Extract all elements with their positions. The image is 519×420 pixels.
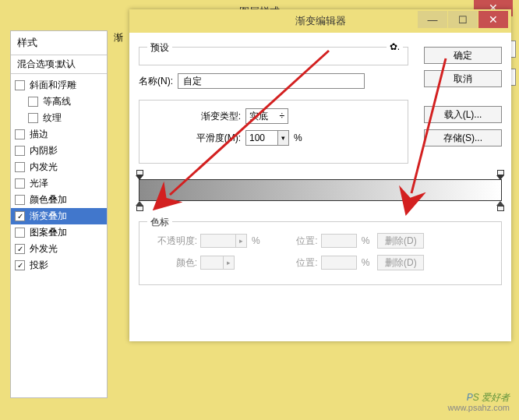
style-checkbox[interactable]	[28, 113, 38, 123]
style-checkbox[interactable]	[15, 228, 25, 238]
style-checkbox[interactable]	[15, 162, 25, 172]
color-stop-right[interactable]	[496, 201, 505, 211]
gradient-bar-wrap	[139, 179, 502, 201]
opacity-label: 不透明度:	[147, 235, 197, 248]
opacity-input	[200, 234, 236, 248]
position-label-2: 位置:	[276, 256, 318, 270]
delete-button-1: 删除(D)	[377, 233, 424, 249]
color-picker-icon: ▸	[224, 256, 235, 270]
maximize-button[interactable]: ☐	[448, 11, 478, 28]
styles-list: 斜面和浮雕等高线纹理描边内阴影内发光光泽颜色叠加渐变叠加图案叠加外发光投影	[11, 74, 107, 277]
load-button[interactable]: 载入(L)...	[424, 106, 502, 123]
chevron-updown-icon: ÷	[279, 111, 284, 122]
color-label: 颜色:	[147, 256, 197, 270]
style-checkbox[interactable]	[28, 97, 38, 107]
style-checkbox[interactable]	[15, 129, 25, 139]
gradient-type-select[interactable]: 实底 ÷	[245, 108, 288, 124]
style-checkbox[interactable]	[15, 178, 25, 189]
style-item[interactable]: 纹理	[11, 110, 107, 126]
cancel-button[interactable]: 取消	[424, 70, 502, 87]
style-item[interactable]: 等高线	[11, 94, 107, 110]
style-label: 颜色叠加	[30, 193, 67, 206]
percent-label-3: %	[362, 235, 370, 246]
inner-window-buttons: — ☐ ✕	[417, 11, 508, 28]
style-label: 投影	[30, 259, 48, 272]
style-item[interactable]: 颜色叠加	[11, 192, 107, 208]
style-label: 内发光	[30, 161, 58, 174]
gradient-type-fieldset: 渐变类型: 实底 ÷ 平滑度(M): ▾ %	[139, 100, 408, 164]
watermark-url: www.psahz.com	[448, 403, 510, 412]
smoothness-spinner: ▾	[245, 130, 289, 146]
style-label: 描边	[30, 128, 48, 141]
gradient-type-row: 渐变类型: 实底 ÷	[147, 108, 400, 124]
watermark: PS PS 爱好者爱好者 www.psahz.com	[448, 393, 510, 412]
color-stop-left[interactable]	[136, 201, 144, 211]
percent-label-4: %	[362, 257, 370, 268]
smoothness-row: 平滑度(M): ▾ %	[147, 130, 400, 146]
blending-options-label[interactable]: 混合选项:默认	[11, 55, 107, 74]
style-item[interactable]: 描边	[11, 126, 107, 143]
gradient-type-label: 渐变类型:	[175, 110, 241, 123]
percent-label: %	[294, 132, 302, 143]
opacity-stop-left[interactable]	[136, 170, 144, 178]
name-input[interactable]	[178, 73, 365, 89]
right-buttons: 确定 取消 载入(L)... 存储(S)...	[424, 47, 502, 153]
preset-legend: 预设	[147, 41, 172, 55]
style-checkbox[interactable]	[15, 195, 25, 205]
delete-button-2: 删除(D)	[377, 255, 424, 270]
gradient-bar[interactable]	[139, 179, 502, 201]
style-label: 外发光	[30, 242, 58, 256]
percent-label-2: %	[252, 235, 260, 246]
style-item[interactable]: 内阴影	[11, 143, 107, 159]
name-label: 名称(N):	[139, 75, 173, 88]
smoothness-step-button[interactable]: ▾	[278, 130, 289, 146]
smoothness-input[interactable]	[245, 130, 278, 146]
stops-legend: 色标	[147, 216, 172, 229]
inner-body: 确定 取消 载入(L)... 存储(S)... 预设 ✿. 名称(N): 渐变类…	[129, 33, 511, 341]
style-item[interactable]: 光泽	[11, 175, 107, 192]
inner-titlebar[interactable]: 渐变编辑器 — ☐ ✕	[129, 9, 511, 33]
style-item[interactable]: 渐变叠加	[11, 208, 107, 224]
preset-gear-icon[interactable]: ✿.	[387, 41, 403, 52]
color-row: 颜色: ▸ % 位置: % 删除(D)	[147, 255, 493, 270]
style-label: 图案叠加	[30, 226, 67, 239]
inner-title: 渐变编辑器	[295, 14, 346, 28]
smoothness-label: 平滑度(M):	[175, 132, 241, 145]
style-checkbox[interactable]	[15, 211, 25, 221]
style-label: 内阴影	[30, 144, 58, 157]
opacity-row: 不透明度: ▸ % 位置: % 删除(D)	[147, 233, 493, 249]
style-item[interactable]: 斜面和浮雕	[11, 77, 107, 94]
opacity-stop-right[interactable]	[496, 170, 505, 178]
style-item[interactable]: 投影	[11, 257, 107, 274]
stops-fieldset: 色标 不透明度: ▸ % 位置: % 删除(D) 颜色: ▸ % 位置: % 删…	[139, 221, 502, 285]
style-label: 斜面和浮雕	[30, 79, 76, 92]
style-item[interactable]: 内发光	[11, 159, 107, 175]
gradient-editor-window: 渐变编辑器 — ☐ ✕ 确定 取消 载入(L)... 存储(S)... 预设 ✿…	[129, 9, 511, 341]
minimize-button[interactable]: —	[418, 11, 447, 28]
gradient-type-value: 实底	[249, 110, 268, 123]
style-checkbox[interactable]	[15, 260, 25, 270]
opacity-step-icon: ▸	[236, 234, 247, 248]
style-label: 渐变叠加	[30, 210, 67, 223]
style-checkbox[interactable]	[15, 80, 25, 90]
style-item[interactable]: 外发光	[11, 241, 107, 257]
style-checkbox[interactable]	[15, 244, 25, 254]
style-label: 等高线	[43, 95, 71, 108]
position-input-1	[321, 234, 357, 248]
close-button[interactable]: ✕	[478, 11, 508, 28]
styles-header: 样式	[11, 31, 107, 55]
style-label: 光泽	[30, 177, 48, 190]
style-checkbox[interactable]	[15, 146, 25, 156]
ok-button[interactable]: 确定	[424, 47, 502, 64]
preset-fieldset: 预设 ✿.	[139, 47, 408, 65]
save-button[interactable]: 存储(S)...	[424, 129, 502, 146]
position-label-1: 位置:	[276, 235, 318, 248]
style-item[interactable]: 图案叠加	[11, 224, 107, 241]
position-input-2	[321, 256, 357, 270]
style-label: 纹理	[43, 111, 62, 125]
styles-panel: 样式 混合选项:默认 斜面和浮雕等高线纹理描边内阴影内发光光泽颜色叠加渐变叠加图…	[10, 30, 108, 398]
color-swatch	[200, 256, 224, 270]
